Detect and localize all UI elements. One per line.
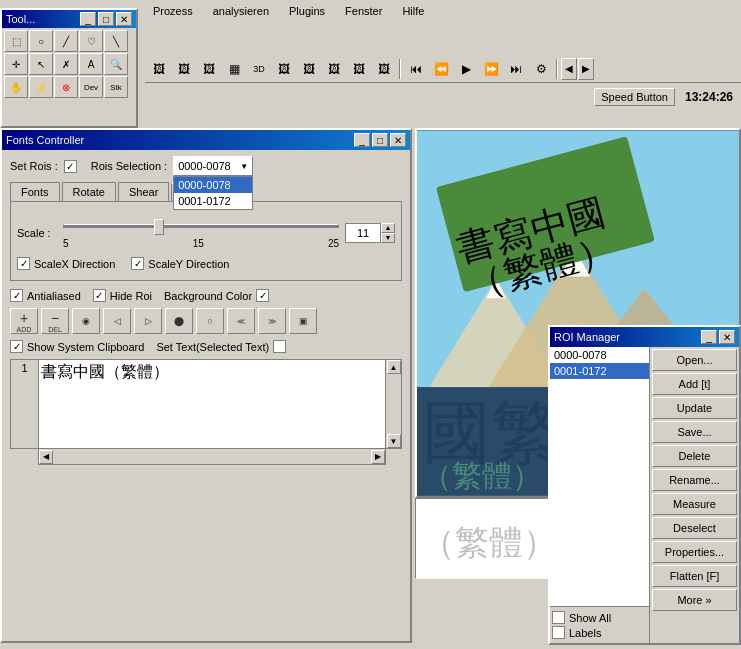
spinner-down-btn[interactable]: ▼ [381,233,395,243]
show-all-checkbox[interactable] [552,611,565,624]
toolbar-icon-15[interactable]: ⏭ [504,58,528,80]
tab-fonts[interactable]: Fonts [10,182,60,201]
menu-fenster[interactable]: Fenster [341,3,386,19]
roi-flatten-btn[interactable]: Flatten [F] [652,565,737,587]
toolbar-icon-7[interactable]: 🖼 [297,58,321,80]
scroll-up-btn[interactable]: ▲ [387,360,401,374]
scalex-checkbox[interactable] [17,257,30,270]
action-btn-4[interactable]: ◁ [103,308,131,334]
toolbar-icon-1[interactable]: 🖼 [147,58,171,80]
dropdown-item-2[interactable]: 0001-0172 [174,193,252,209]
nav-left-btn[interactable]: ◀ [561,58,577,80]
tool-minimize-btn[interactable]: _ [80,12,96,26]
spinner-up-btn[interactable]: ▲ [381,223,395,233]
tool-restore-btn[interactable]: □ [98,12,114,26]
roi-add-btn[interactable]: Add [t] [652,373,737,395]
action-btn-8[interactable]: ≪ [227,308,255,334]
action-btn-3[interactable]: ◉ [72,308,100,334]
toolbar-icon-16[interactable]: ⚙ [529,58,553,80]
action-btn-6[interactable]: ⬤ [165,308,193,334]
toolbar-icon-6[interactable]: 🖼 [272,58,296,80]
bg-color-checkbox[interactable] [256,289,269,302]
slider-container[interactable] [63,216,339,236]
scroll-down-btn[interactable]: ▼ [387,434,401,448]
toolbar-icon-10[interactable]: 🖼 [372,58,396,80]
fonts-close-btn[interactable]: ✕ [390,133,406,147]
toolbar-icon-12[interactable]: ⏪ [429,58,453,80]
roi-save-btn[interactable]: Save... [652,421,737,443]
toolbar-icon-2[interactable]: 🖼 [172,58,196,80]
roi-deselect-btn[interactable]: Deselect [652,517,737,539]
fonts-restore-btn[interactable]: □ [372,133,388,147]
antialiased-checkbox[interactable] [10,289,23,302]
slider-track[interactable] [63,224,339,228]
tool-btn-11[interactable]: ✋ [4,76,28,98]
dropdown-item-1[interactable]: 0000-0078 [174,177,252,193]
toolbar-icon-5[interactable]: 3D [247,58,271,80]
tool-btn-7[interactable]: ↖ [29,53,53,75]
roi-measure-btn[interactable]: Measure [652,493,737,515]
tool-btn-15[interactable]: Stk [104,76,128,98]
fonts-minimize-btn[interactable]: _ [354,133,370,147]
action-btn-7[interactable]: ○ [196,308,224,334]
set-rois-checkbox[interactable] [64,160,77,173]
scaley-checkbox[interactable] [131,257,144,270]
menu-analysieren[interactable]: analysieren [209,3,273,19]
action-btn-del[interactable]: − DEL [41,308,69,334]
menu-plugins[interactable]: Plugins [285,3,329,19]
tool-btn-9[interactable]: A [79,53,103,75]
show-all-label: Show All [569,612,611,624]
action-btn-add[interactable]: + ADD [10,308,38,334]
roi-close-btn[interactable]: ✕ [719,330,735,344]
menu-hilfe[interactable]: Hilfe [398,3,428,19]
clipboard-checkbox[interactable] [10,340,23,353]
tool-btn-13[interactable]: ⊗ [54,76,78,98]
action-btn-9[interactable]: ≫ [258,308,286,334]
toolbar-icon-11[interactable]: ⏮ [404,58,428,80]
tool-btn-10[interactable]: 🔍 [104,53,128,75]
labels-checkbox[interactable] [552,626,565,639]
roi-update-btn[interactable]: Update [652,397,737,419]
scroll-left-btn[interactable]: ◀ [39,450,53,464]
tool-btn-8[interactable]: ✗ [54,53,78,75]
tool-btn-6[interactable]: ✛ [4,53,28,75]
tool-close-btn[interactable]: ✕ [116,12,132,26]
roi-rename-btn[interactable]: Rename... [652,469,737,491]
roi-item-1[interactable]: 0000-0078 [550,347,649,363]
speed-button[interactable]: Speed Button [594,88,675,106]
toolbar-icon-9[interactable]: 🖼 [347,58,371,80]
tool-btn-3[interactable]: ╱ [54,30,78,52]
roi-properties-btn[interactable]: Properties... [652,541,737,563]
tool-btn-1[interactable]: ⬚ [4,30,28,52]
roi-open-btn[interactable]: Open... [652,349,737,371]
roi-more-btn[interactable]: More » [652,589,737,611]
scroll-right-btn[interactable]: ▶ [371,450,385,464]
action-btn-5[interactable]: ▷ [134,308,162,334]
slider-thumb[interactable] [154,219,164,235]
toolbar-icon-3[interactable]: 🖼 [197,58,221,80]
scale-row: Scale : 5 15 25 [17,216,395,249]
roi-item-2[interactable]: 0001-0172 [550,363,649,379]
tool-btn-5[interactable]: ╲ [104,30,128,52]
tab-shear[interactable]: Shear [118,182,169,201]
menu-prozess[interactable]: Prozess [149,3,197,19]
scale-spinner: ▲ ▼ [345,223,395,243]
tool-btn-14[interactable]: Dev [79,76,103,98]
toolbar-icon-4[interactable]: ▦ [222,58,246,80]
nav-right-btn[interactable]: ▶ [578,58,594,80]
toolbar-icon-13[interactable]: ▶ [454,58,478,80]
tool-btn-2[interactable]: ○ [29,30,53,52]
text-content-area[interactable]: 書寫中國（繁體） [39,360,385,448]
tab-rotate[interactable]: Rotate [62,182,116,201]
hide-roi-checkbox[interactable] [93,289,106,302]
scale-value-input[interactable] [345,223,381,243]
tool-btn-12[interactable]: ⚡ [29,76,53,98]
roi-minimize-btn[interactable]: _ [701,330,717,344]
action-btn-10[interactable]: ▣ [289,308,317,334]
toolbar-icon-8[interactable]: 🖼 [322,58,346,80]
toolbar-icon-14[interactable]: ⏩ [479,58,503,80]
tool-btn-4[interactable]: ♡ [79,30,103,52]
set-text-checkbox[interactable] [273,340,286,353]
roi-delete-btn[interactable]: Delete [652,445,737,467]
rois-dropdown[interactable]: 0000-0078 ▼ [173,156,253,176]
